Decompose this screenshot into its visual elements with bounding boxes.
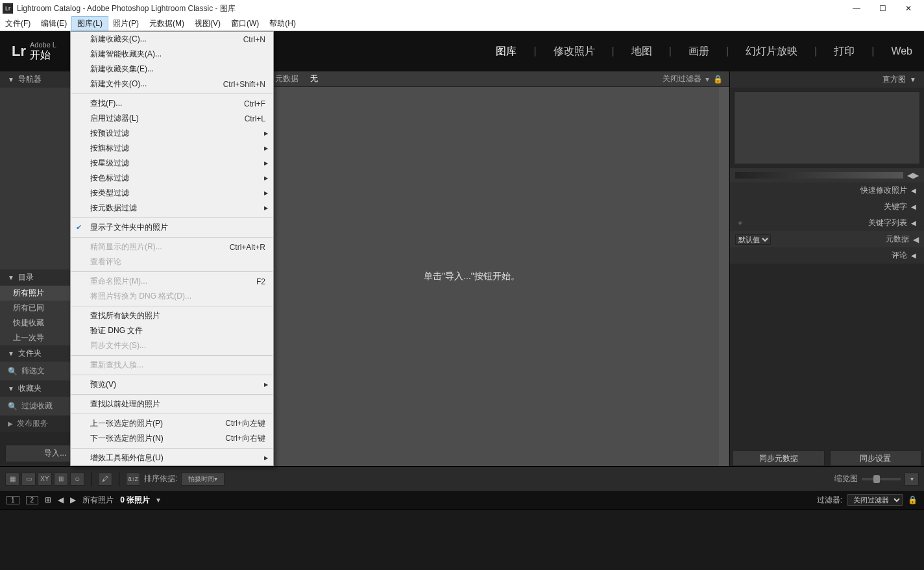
- plus-icon[interactable]: +: [738, 219, 742, 228]
- lock-icon[interactable]: 🔒: [908, 495, 918, 504]
- histogram-body: [734, 92, 920, 164]
- menu-item[interactable]: 查找(F)...Ctrl+F: [71, 96, 273, 111]
- comments-header[interactable]: 评论◀: [730, 247, 924, 264]
- menu-item[interactable]: 编辑(E): [36, 17, 72, 31]
- menu-item[interactable]: 元数据(M): [144, 17, 189, 31]
- grid-empty-message: 单击"导入..."按钮开始。: [214, 87, 729, 466]
- menu-item[interactable]: 按元数据过滤: [71, 201, 273, 216]
- titlebar: Lr Lightroom Catalog - Adobe Photoshop L…: [0, 0, 924, 17]
- compare-view-icon[interactable]: XY: [38, 473, 52, 486]
- quick-header[interactable]: 快速修改照片◀: [730, 182, 924, 199]
- menu-item[interactable]: 图库(L): [72, 17, 108, 31]
- statusbar: 1 2 ⊞ ◀ ▶ 所有照片 0 张照片 ▾ 过滤器: 关闭过滤器 🔒: [0, 491, 924, 509]
- sort-direction-icon[interactable]: a↕z: [126, 473, 140, 486]
- menu-item[interactable]: 上一张选定的照片(P)Ctrl+向左键: [71, 416, 273, 431]
- keywordlist-header[interactable]: +关键字列表◀: [730, 215, 924, 231]
- module-tab[interactable]: 修改照片: [553, 45, 595, 58]
- menu-item[interactable]: 照片(P): [108, 17, 144, 31]
- close-button[interactable]: ✕: [895, 0, 921, 17]
- module-tab[interactable]: 幻灯片放映: [746, 45, 797, 58]
- grid-icon[interactable]: ⊞: [45, 495, 51, 504]
- toolbar-chevron-icon[interactable]: ▾: [905, 473, 919, 486]
- next-icon[interactable]: ▶: [70, 495, 76, 504]
- menu-item[interactable]: 按星级过滤: [71, 156, 273, 171]
- menu-item: 重新查找人脸...: [71, 358, 273, 373]
- status-source: 所有照片: [82, 495, 114, 506]
- app-icon: Lr: [3, 3, 13, 14]
- module-tab[interactable]: 打印: [834, 45, 855, 58]
- menu-item[interactable]: 按预设过滤: [71, 126, 273, 141]
- sync-settings-button[interactable]: 同步设置: [830, 451, 922, 466]
- filter-none[interactable]: 无: [310, 73, 318, 84]
- scrollbar[interactable]: [719, 87, 729, 466]
- painter-icon[interactable]: 🖍: [98, 473, 112, 486]
- screen1-button[interactable]: 1: [6, 496, 19, 504]
- prev-icon[interactable]: ◀: [58, 495, 64, 504]
- logo: Lr: [12, 43, 26, 60]
- menu-item[interactable]: ✔显示子文件夹中的照片: [71, 220, 273, 235]
- menu-item[interactable]: 查找以前处理的照片: [71, 397, 273, 412]
- menu-item[interactable]: 查找所有缺失的照片: [71, 308, 273, 323]
- search-icon: 🔍: [8, 402, 18, 411]
- module-picker: 图库|修改照片|地图|画册|幻灯片放映|打印|Web: [496, 45, 912, 58]
- menu-item[interactable]: 帮助(H): [264, 17, 301, 31]
- menubar: 文件(F)编辑(E)图库(L)照片(P)元数据(M)视图(V)窗口(W)帮助(H…: [0, 17, 924, 31]
- metadata-preset-row[interactable]: 默认值元数据◀: [730, 231, 924, 247]
- minimize-button[interactable]: —: [844, 0, 869, 17]
- module-tab[interactable]: Web: [891, 45, 912, 57]
- menu-item[interactable]: 文件(F): [0, 17, 36, 31]
- menu-item[interactable]: 新建智能收藏夹(A)...: [71, 47, 273, 62]
- chevron-down-icon[interactable]: ▾: [156, 495, 160, 504]
- menu-item[interactable]: 预览(V): [71, 377, 273, 392]
- grid-view-icon[interactable]: ▦: [5, 473, 19, 486]
- menu-item[interactable]: 按类型过滤: [71, 186, 273, 201]
- menu-item[interactable]: 新建文件夹(O)...Ctrl+Shift+N: [71, 77, 273, 92]
- menu-item: 查看评论: [71, 254, 273, 269]
- menu-item[interactable]: 增效工具额外信息(U): [71, 451, 273, 465]
- library-filterbar: 文本 属性 元数据 无 关闭过滤器▾🔒: [214, 71, 729, 87]
- histogram-header[interactable]: 直方图▼: [730, 71, 924, 88]
- filter-label: 过滤器:: [817, 495, 842, 506]
- module-tab[interactable]: 图库: [496, 45, 517, 58]
- filmstrip[interactable]: [0, 509, 924, 570]
- thumb-slider[interactable]: [862, 478, 901, 480]
- menu-item[interactable]: 窗口(W): [226, 17, 264, 31]
- menu-item[interactable]: 新建收藏夹(C)...Ctrl+N: [71, 32, 273, 47]
- module-tab[interactable]: 画册: [688, 45, 709, 58]
- window-title: Lightroom Catalog - Adobe Photoshop Ligh…: [17, 3, 236, 14]
- filter-select[interactable]: 关闭过滤器: [847, 494, 903, 506]
- maximize-button[interactable]: ☐: [869, 0, 895, 17]
- metadata-preset-select: 默认值: [735, 234, 771, 245]
- menu-item[interactable]: 按旗标过滤: [71, 141, 273, 156]
- menu-item[interactable]: 新建收藏夹集(E)...: [71, 62, 273, 77]
- search-icon: 🔍: [8, 367, 18, 376]
- menu-item: 精简显示的照片(R)...Ctrl+Alt+R: [71, 240, 273, 254]
- menu-item[interactable]: 验证 DNG 文件: [71, 323, 273, 338]
- status-count: 0 张照片: [120, 495, 150, 506]
- loupe-view-icon[interactable]: ▭: [21, 473, 36, 486]
- menu-item[interactable]: 下一张选定的照片(N)Ctrl+向右键: [71, 431, 273, 446]
- filter-close[interactable]: 关闭过滤器: [663, 73, 701, 84]
- menu-item[interactable]: 启用过滤器(L)Ctrl+L: [71, 111, 273, 126]
- menu-item: 同步文件夹(S)...: [71, 338, 273, 353]
- menu-item: 将照片转换为 DNG 格式(D)...: [71, 289, 273, 304]
- library-menu-dropdown: 新建收藏夹(C)...Ctrl+N新建智能收藏夹(A)...新建收藏夹集(E).…: [70, 31, 274, 466]
- survey-view-icon[interactable]: ⊞: [54, 473, 68, 486]
- lock-icon[interactable]: 🔒: [713, 75, 723, 84]
- center-panel: 文本 属性 元数据 无 关闭过滤器▾🔒 单击"导入..."按钮开始。: [214, 71, 729, 466]
- thumb-label: 缩览图: [834, 473, 858, 484]
- sort-select[interactable]: 拍摄时间 ▾: [181, 473, 225, 486]
- quick-tone-slider[interactable]: ◀▶: [730, 168, 924, 182]
- toolbar: ▦ ▭ XY ⊞ ☺ 🖍 a↕z 排序依据: 拍摄时间 ▾ 缩览图 ▾: [0, 466, 924, 491]
- keyword-header[interactable]: 关键字◀: [730, 199, 924, 215]
- menu-item: 重命名照片(M)...F2: [71, 274, 273, 289]
- filter-meta[interactable]: 元数据: [275, 73, 298, 84]
- menu-item[interactable]: 视图(V): [189, 17, 226, 31]
- menu-item[interactable]: 按色标过滤: [71, 171, 273, 186]
- people-view-icon[interactable]: ☺: [70, 473, 84, 486]
- chevron-down-icon[interactable]: ▾: [705, 75, 709, 84]
- sort-label: 排序依据:: [144, 473, 177, 484]
- module-tab[interactable]: 地图: [631, 45, 652, 58]
- screen2-button[interactable]: 2: [26, 496, 39, 504]
- sync-metadata-button[interactable]: 同步元数据: [733, 451, 825, 466]
